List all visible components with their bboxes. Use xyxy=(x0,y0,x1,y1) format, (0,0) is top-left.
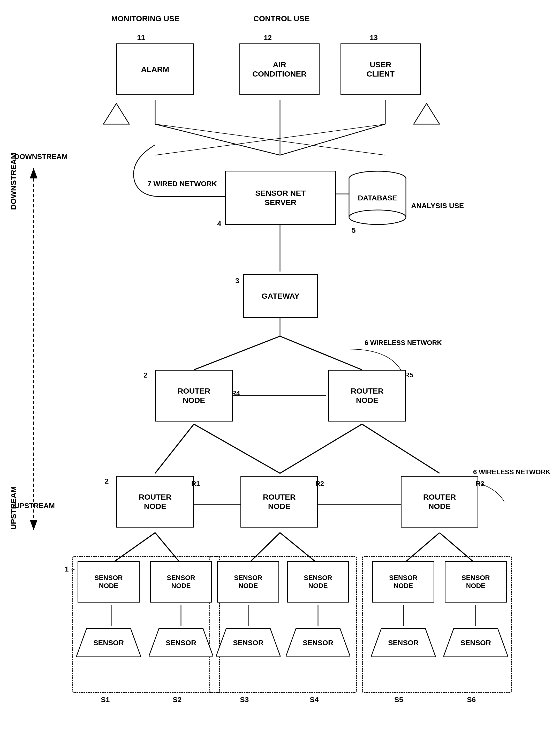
sensor-net-server-box: SENSOR NETSERVER xyxy=(225,171,336,225)
label-s1: S1 xyxy=(101,696,110,704)
svg-line-7 xyxy=(155,124,385,155)
sensor-node-s3: SENSORNODE xyxy=(217,561,279,603)
label-11: 11 xyxy=(137,34,145,42)
sensor-node-s5: SENSORNODE xyxy=(372,561,434,603)
svg-line-6 xyxy=(155,124,385,155)
database-box: DATABASE xyxy=(348,171,407,225)
svg-marker-34 xyxy=(30,168,37,178)
wireless-network-upper-label: 6 WIRELESS NETWORK xyxy=(365,339,442,347)
svg-marker-35 xyxy=(30,520,37,530)
label-r5: R5 xyxy=(405,371,413,379)
svg-line-13 xyxy=(280,336,362,370)
antenna-left xyxy=(101,101,132,127)
label-3: 3 xyxy=(235,277,239,285)
wireless-network-lower-label: 6 WIRELESS NETWORK xyxy=(473,468,550,476)
antenna-right xyxy=(411,101,442,127)
gateway-box: GATEWAY xyxy=(243,274,318,318)
router-node-r3-box: ROUTERNODE xyxy=(401,476,478,528)
label-s6: S6 xyxy=(467,696,476,704)
sensor-node-s2: SENSORNODE xyxy=(150,561,212,603)
svg-text:SENSOR: SENSOR xyxy=(388,639,419,647)
sensor-trap-s3: SENSOR xyxy=(216,626,281,659)
downstream-label: DOWNSTREAM xyxy=(9,153,18,210)
label-2-lower: 2 xyxy=(105,477,109,485)
label-13: 13 xyxy=(370,34,378,42)
analysis-use-label: ANALYSIS USE xyxy=(411,202,464,210)
svg-text:SENSOR: SENSOR xyxy=(233,639,263,647)
control-use-label: CONTROL USE xyxy=(253,14,310,23)
svg-line-18 xyxy=(362,424,440,473)
wired-network-label: 7 WIRED NETWORK xyxy=(147,180,217,188)
svg-point-42 xyxy=(349,210,406,224)
svg-text:SENSOR: SENSOR xyxy=(460,639,491,647)
svg-line-5 xyxy=(280,124,385,155)
label-2-upper: 2 xyxy=(143,371,148,379)
label-5: 5 xyxy=(352,226,356,235)
label-4: 4 xyxy=(217,220,221,228)
svg-marker-36 xyxy=(103,103,129,124)
user-client-box: USERCLIENT xyxy=(340,43,421,95)
label-r4: R4 xyxy=(231,389,240,397)
sensor-trap-s1: SENSOR xyxy=(76,626,141,659)
label-s5: S5 xyxy=(394,696,403,704)
label-r1: R1 xyxy=(191,480,200,488)
sensor-node-s1: SENSORNODE xyxy=(78,561,140,603)
label-s2: S2 xyxy=(173,696,181,704)
sensor-trap-s5: SENSOR xyxy=(371,626,436,659)
sensor-trap-s2: SENSOR xyxy=(149,626,213,659)
svg-marker-37 xyxy=(414,103,440,124)
air-conditioner-box: AIRCONDITIONER xyxy=(239,43,320,95)
upstream-text: UPSTREAM xyxy=(14,502,55,510)
svg-line-17 xyxy=(280,424,362,473)
label-r2: R2 xyxy=(315,480,324,488)
router-node-r1-box: ROUTERNODE xyxy=(116,476,194,528)
sensor-node-s6: SENSORNODE xyxy=(445,561,507,603)
label-s4: S4 xyxy=(310,696,319,704)
diagram: MONITORING USE CONTROL USE 11 12 13 ALAR… xyxy=(0,0,560,729)
svg-line-3 xyxy=(155,124,280,155)
sensor-trap-s6: SENSOR xyxy=(443,626,508,659)
svg-text:SENSOR: SENSOR xyxy=(303,639,333,647)
router-node-r2-box: ROUTERNODE xyxy=(240,476,318,528)
svg-line-16 xyxy=(194,424,280,473)
svg-text:SENSOR: SENSOR xyxy=(166,639,196,647)
label-s3: S3 xyxy=(240,696,249,704)
label-12: 12 xyxy=(264,34,272,42)
sensor-trap-s4: SENSOR xyxy=(286,626,350,659)
monitoring-use-label: MONITORING USE xyxy=(111,14,179,23)
svg-text:DATABASE: DATABASE xyxy=(358,194,397,202)
downstream-text: DOWNSTREAM xyxy=(14,153,68,161)
router-node-r4-box: ROUTERNODE xyxy=(155,370,233,422)
svg-text:SENSOR: SENSOR xyxy=(93,639,124,647)
label-1: 1 ~ xyxy=(65,565,75,573)
svg-line-12 xyxy=(194,336,280,370)
sensor-node-s4: SENSORNODE xyxy=(287,561,349,603)
alarm-box: ALARM xyxy=(116,43,194,95)
svg-line-15 xyxy=(155,424,194,473)
router-node-r5-box: ROUTERNODE xyxy=(328,370,406,422)
label-r3: R3 xyxy=(476,480,484,488)
